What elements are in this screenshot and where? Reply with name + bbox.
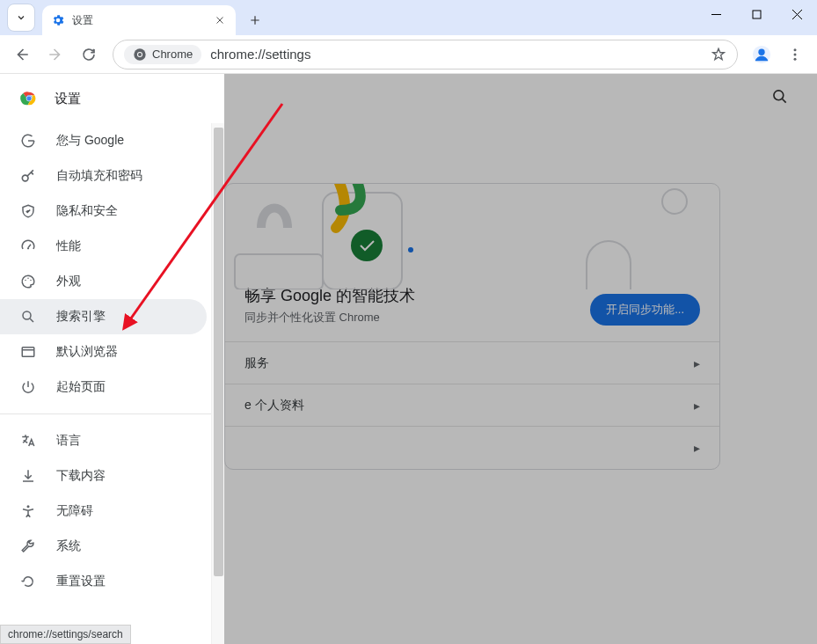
- svg-point-16: [30, 280, 32, 282]
- gear-icon: [51, 13, 65, 27]
- site-chip-label: Chrome: [152, 48, 193, 61]
- close-window-button[interactable]: [777, 0, 817, 28]
- svg-point-12: [22, 175, 28, 181]
- kebab-icon: [787, 47, 803, 62]
- status-bar: chrome://settings/search: [0, 625, 131, 644]
- bookmark-button[interactable]: [711, 47, 726, 62]
- status-link-text: chrome://settings/search: [8, 628, 123, 640]
- sidebar-item-system[interactable]: 系统: [0, 529, 207, 564]
- svg-point-19: [27, 505, 30, 508]
- browser-toolbar: Chrome chrome://settings: [0, 35, 817, 74]
- reload-icon: [81, 47, 97, 62]
- new-tab-button[interactable]: [243, 8, 267, 33]
- sidebar-item-label: 重置设置: [56, 574, 106, 589]
- browser-icon: [19, 343, 37, 361]
- sidebar-item-accessibility[interactable]: 无障碍: [0, 494, 207, 529]
- minimize-button[interactable]: [696, 0, 736, 28]
- sidebar-item-downloads[interactable]: 下载内容: [0, 458, 207, 494]
- chrome-logo-icon: [19, 89, 39, 108]
- sidebar-item-appearance[interactable]: 外观: [0, 264, 207, 299]
- svg-point-7: [794, 53, 797, 55]
- close-icon: [792, 10, 802, 19]
- sidebar-items-secondary: 语言 下载内容 无障碍 系统 重置设置: [0, 423, 224, 599]
- svg-point-5: [758, 48, 764, 55]
- wrench-icon: [19, 538, 37, 555]
- window-controls: [696, 0, 817, 35]
- svg-rect-18: [22, 348, 34, 357]
- sidebar-items-primary: 您与 Google 自动填充和密码 隐私和安全 性能 外观 搜索引擎: [0, 123, 224, 405]
- page-content: 设置 您与 Google 自动填充和密码 隐私和安全 性能 外观: [0, 74, 817, 644]
- minimize-icon: [711, 10, 721, 19]
- google-g-icon: [19, 132, 37, 150]
- tab-title: 设置: [72, 13, 213, 28]
- forward-button[interactable]: [40, 40, 70, 70]
- palette-icon: [19, 273, 37, 290]
- browser-tab[interactable]: 设置: [42, 5, 236, 35]
- sidebar-title: 设置: [55, 91, 81, 107]
- sidebar-item-label: 语言: [56, 433, 81, 449]
- svg-point-14: [25, 280, 26, 282]
- chevron-down-icon: [16, 12, 26, 23]
- power-icon: [19, 378, 37, 396]
- shield-icon: [19, 202, 37, 220]
- sidebar-item-label: 默认浏览器: [56, 344, 118, 360]
- sidebar-item-language[interactable]: 语言: [0, 423, 207, 458]
- arrow-left-icon: [14, 47, 30, 62]
- maximize-button[interactable]: [736, 0, 777, 28]
- sidebar-item-label: 隐私和安全: [56, 203, 118, 219]
- arrow-right-icon: [47, 47, 63, 62]
- sidebar-item-you-and-google[interactable]: 您与 Google: [0, 123, 207, 158]
- site-chip[interactable]: Chrome: [124, 45, 201, 64]
- chrome-icon: [133, 48, 147, 62]
- profile-button[interactable]: [747, 40, 777, 70]
- sidebar-item-label: 无障碍: [56, 503, 93, 519]
- sidebar-item-label: 搜索引擎: [56, 309, 106, 325]
- address-bar[interactable]: Chrome chrome://settings: [113, 40, 738, 70]
- close-icon: [215, 15, 225, 26]
- svg-rect-0: [753, 11, 761, 18]
- sidebar-item-label: 您与 Google: [56, 133, 124, 149]
- speedometer-icon: [19, 238, 37, 255]
- sidebar-item-startup[interactable]: 起始页面: [0, 370, 207, 405]
- back-button[interactable]: [7, 40, 37, 70]
- sidebar-item-label: 下载内容: [56, 468, 106, 484]
- plus-icon: [249, 14, 261, 26]
- scrollbar-thumb[interactable]: [214, 128, 223, 576]
- url-text: chrome://settings: [210, 47, 702, 62]
- search-icon: [19, 308, 37, 326]
- sidebar-item-reset[interactable]: 重置设置: [0, 564, 207, 599]
- reload-button[interactable]: [74, 40, 104, 70]
- sidebar-item-label: 性能: [56, 238, 81, 254]
- dim-overlay: [224, 74, 817, 644]
- accessibility-icon: [19, 502, 37, 520]
- svg-point-15: [27, 278, 29, 280]
- svg-point-13: [27, 247, 29, 249]
- sidebar-item-label: 系统: [56, 538, 81, 554]
- sidebar-divider: [0, 413, 224, 414]
- tab-search-dropdown[interactable]: [7, 4, 35, 32]
- avatar-icon: [752, 45, 771, 64]
- key-icon: [19, 167, 37, 185]
- sidebar-item-label: 外观: [56, 274, 81, 289]
- translate-icon: [19, 432, 37, 450]
- menu-button[interactable]: [780, 40, 810, 70]
- sidebar-item-default-browser[interactable]: 默认浏览器: [0, 334, 207, 370]
- sidebar-item-autofill[interactable]: 自动填充和密码: [0, 158, 207, 194]
- sidebar-scrollbar[interactable]: [211, 123, 224, 644]
- star-icon: [711, 47, 726, 62]
- download-icon: [19, 467, 37, 485]
- sidebar-item-label: 自动填充和密码: [56, 168, 142, 184]
- reset-icon: [19, 573, 37, 590]
- svg-point-6: [794, 48, 797, 51]
- settings-sidebar: 设置 您与 Google 自动填充和密码 隐私和安全 性能 外观: [0, 74, 224, 644]
- sidebar-header: 设置: [0, 74, 224, 123]
- sidebar-item-privacy[interactable]: 隐私和安全: [0, 194, 207, 229]
- svg-point-8: [794, 57, 797, 60]
- sidebar-item-performance[interactable]: 性能: [0, 229, 207, 264]
- maximize-icon: [752, 10, 762, 19]
- sidebar-item-search-engine[interactable]: 搜索引擎: [0, 299, 207, 334]
- sidebar-item-label: 起始页面: [56, 379, 106, 395]
- tab-close-button[interactable]: [213, 13, 227, 27]
- svg-point-3: [138, 53, 142, 56]
- window-titlebar: 设置: [0, 0, 817, 35]
